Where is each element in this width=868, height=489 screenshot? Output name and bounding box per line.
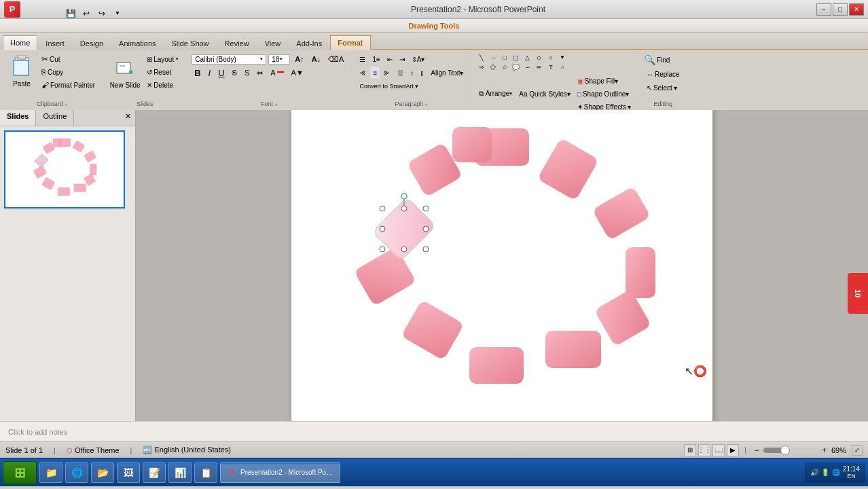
timer-button[interactable]: 10 (848, 273, 868, 314)
decrease-indent-button[interactable]: ⇤ (384, 53, 395, 65)
shape-curve[interactable]: ∽ (522, 62, 532, 71)
shadow-button[interactable]: S (242, 67, 252, 79)
notes-area[interactable]: Click to add notes (0, 421, 868, 441)
zoom-out-button[interactable]: − (752, 446, 761, 455)
justify-button[interactable]: ☰ (395, 67, 406, 79)
fit-page-button[interactable]: ⤢ (852, 445, 863, 456)
format-painter-button[interactable]: 🖌 Format Painter (39, 79, 98, 91)
close-button[interactable]: ✕ (849, 3, 864, 16)
italic-button[interactable]: I (206, 67, 214, 79)
shape-star[interactable]: ☆ (499, 62, 509, 71)
start-button[interactable]: ⊞ (3, 461, 37, 484)
outline-tab[interactable]: Outline (36, 110, 74, 126)
undo-button[interactable]: ↩ (79, 7, 93, 20)
shape-triangle[interactable]: △ (522, 53, 532, 62)
font-name-selector[interactable]: Calibri (Body) ▾ (192, 54, 266, 65)
tab-design[interactable]: Design (73, 35, 111, 50)
font-shrink-button[interactable]: A↓ (309, 53, 323, 65)
taskbar-clipboard-app[interactable]: 📋 (194, 463, 217, 483)
shape-diamond[interactable]: ◇ (534, 53, 544, 62)
taskbar-media[interactable]: 🖼 (117, 463, 140, 483)
find-button[interactable]: 🔍 Find (644, 53, 670, 67)
shape-freeform[interactable]: ✏ (534, 62, 544, 71)
align-right-button[interactable]: ⫸ (381, 67, 393, 79)
quick-styles-button[interactable]: Aa Quick Styles▾ (516, 88, 573, 100)
slides-tab[interactable]: Slides (0, 110, 36, 126)
strikethrough-button[interactable]: S (230, 67, 240, 79)
align-left-button[interactable]: ⫷ (357, 67, 369, 79)
slide-canvas[interactable]: ↖⭕ (291, 110, 712, 421)
taskbar-powerpoint[interactable]: P Presentation2 - Microsoft PowerP... (220, 463, 340, 483)
shape-callout[interactable]: 💬 (511, 62, 521, 71)
select-button[interactable]: ↖Select▾ (644, 82, 680, 94)
arrange-button[interactable]: ⧉ Arrange▾ (476, 88, 515, 100)
tab-review[interactable]: Review (217, 35, 257, 50)
font-grow-button[interactable]: A↑ (292, 53, 306, 65)
shape-rect[interactable]: □ (499, 53, 509, 62)
align-text-button[interactable]: Align Text▾ (428, 67, 466, 79)
paste-button[interactable]: Paste (7, 53, 37, 89)
char-spacing-button[interactable]: ⇔ (254, 67, 266, 79)
reading-view-button[interactable]: 📖 (712, 444, 725, 456)
slide-thumbnail[interactable] (4, 130, 125, 209)
cut-button[interactable]: ✂ Cut (39, 53, 98, 65)
shape-rounded-rect[interactable]: ▢ (511, 53, 521, 62)
bold-button[interactable]: B (192, 67, 203, 79)
zoom-handle[interactable] (780, 446, 790, 455)
shape-textbox[interactable]: T (545, 62, 556, 71)
qat-dropdown[interactable]: ▼ (111, 7, 124, 20)
shape-outline-button[interactable]: □ Shape Outline▾ (575, 88, 634, 100)
maximize-button[interactable]: □ (833, 3, 848, 16)
bullets-button[interactable]: ☰ (357, 53, 368, 65)
taskbar-folder[interactable]: 📂 (91, 463, 114, 483)
taskbar-notepad[interactable]: 📝 (143, 463, 166, 483)
highlight-color-button[interactable]: A▼ (289, 67, 306, 79)
tab-slideshow[interactable]: Slide Show (164, 35, 217, 50)
tab-addins[interactable]: Add-Ins (289, 35, 329, 50)
layout-button[interactable]: ⊞Layout▾ (144, 53, 181, 65)
underline-button[interactable]: U (215, 67, 227, 79)
line-spacing-button[interactable]: ↕ (408, 67, 416, 79)
minimize-button[interactable]: − (816, 3, 831, 16)
clear-formatting-button[interactable]: ⌫A (325, 53, 346, 65)
increase-indent-button[interactable]: ⇥ (397, 53, 408, 65)
slideshow-view-button[interactable]: ▶ (727, 444, 739, 456)
shape-more[interactable]: ▼ (557, 53, 567, 62)
shape-line[interactable]: ╲ (476, 53, 486, 62)
tab-home[interactable]: Home (3, 35, 37, 50)
font-color-button[interactable]: A (268, 67, 286, 79)
clipboard-expand[interactable]: ⬦ (65, 101, 68, 107)
shape-arrow[interactable]: → (488, 53, 498, 62)
paragraph-expand[interactable]: ⬦ (424, 101, 428, 107)
slide-sorter-button[interactable]: ⋮⋮ (698, 444, 710, 456)
text-direction-button[interactable]: ⇕A▾ (409, 53, 428, 65)
panel-close-button[interactable]: ✕ (121, 110, 135, 126)
zoom-in-button[interactable]: + (820, 446, 829, 455)
shape-circle[interactable]: ○ (545, 53, 556, 62)
save-button[interactable]: 💾 (64, 7, 77, 20)
copy-button[interactable]: ⎘ Copy (39, 66, 98, 78)
font-size-selector[interactable]: 18 ▾ (268, 54, 290, 65)
tab-view[interactable]: View (257, 35, 289, 50)
shape-wordart[interactable]: A (557, 62, 567, 71)
shape-pentagon[interactable]: ⬠ (488, 62, 498, 71)
font-expand[interactable]: ⬦ (274, 101, 278, 107)
tab-format[interactable]: Format (330, 35, 370, 50)
replace-button[interactable]: ↔Replace (644, 68, 683, 80)
taskbar-explorer[interactable]: 📁 (39, 463, 62, 483)
reset-button[interactable]: ↺Reset (144, 66, 181, 78)
tab-animations[interactable]: Animations (111, 35, 163, 50)
new-slide-button[interactable]: New Slide (108, 53, 142, 94)
numbering-button[interactable]: 1≡ (369, 53, 382, 65)
canvas-area[interactable]: ↖⭕ 10 (136, 110, 868, 421)
shape-right-arrow[interactable]: ⇒ (476, 62, 486, 71)
delete-button[interactable]: ✕Delete (144, 79, 181, 91)
shape-fill-button[interactable]: ▣ Shape Fill▾ (575, 75, 634, 87)
zoom-slider[interactable] (763, 448, 818, 453)
columns-button[interactable]: ⫿ (418, 67, 427, 79)
align-center-button[interactable]: ≡ (370, 67, 380, 79)
tab-insert[interactable]: Insert (38, 35, 72, 50)
convert-smartart-button[interactable]: Convert to SmartArt ▾ (357, 80, 421, 92)
taskbar-browser[interactable]: 🌐 (65, 463, 88, 483)
redo-button[interactable]: ↪ (95, 7, 109, 20)
